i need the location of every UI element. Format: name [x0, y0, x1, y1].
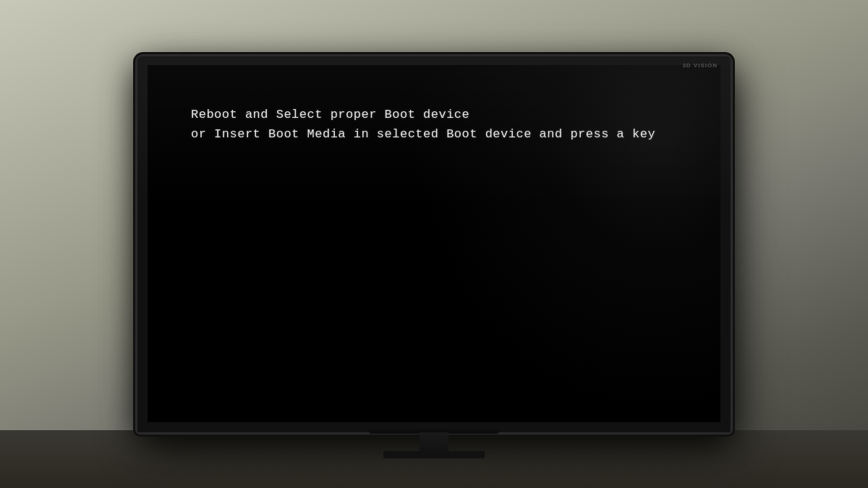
- bios-line-2: or Insert Boot Media in selected Boot de…: [191, 124, 677, 144]
- monitor-stand-neck: [420, 432, 448, 453]
- screen-content: Reboot and Select proper Boot device or …: [148, 65, 720, 422]
- monitor-brand-label: 3D VISION: [682, 62, 718, 69]
- monitor-bezel: 3D VISION Reboot and Select proper Boot …: [137, 56, 731, 432]
- bios-line-1: Reboot and Select proper Boot device: [191, 105, 677, 124]
- bios-error-message: Reboot and Select proper Boot device or …: [191, 105, 677, 144]
- monitor: 3D VISION Reboot and Select proper Boot …: [137, 56, 731, 432]
- screen: Reboot and Select proper Boot device or …: [148, 65, 720, 422]
- monitor-stand-base: [383, 451, 485, 458]
